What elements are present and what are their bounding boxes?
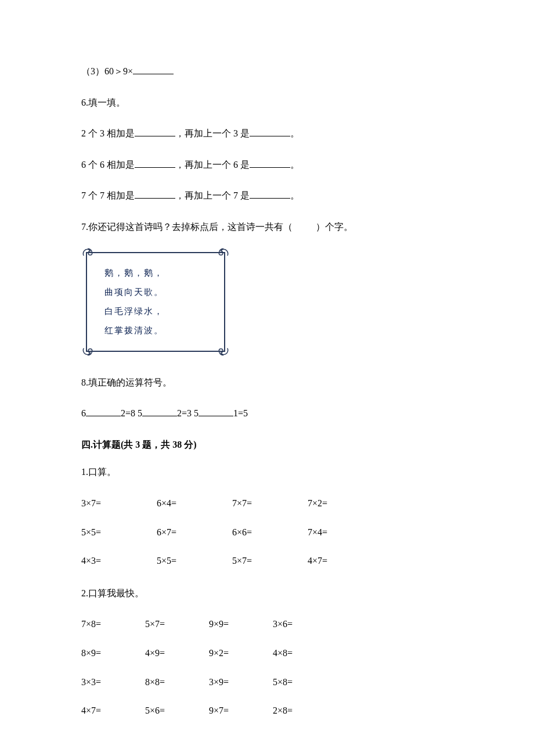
corner-ornament-icon (81, 247, 94, 260)
calc-cell: 4×8= (273, 646, 337, 661)
q7-text-a: 7.你还记得这首诗吗？去掉标点后，这首诗一共有（ (81, 222, 293, 232)
calc-cell: 7×7= (232, 496, 308, 511)
q8-p1: 2=8 5 (121, 408, 142, 418)
fill-blank[interactable] (135, 127, 175, 136)
calc-cell: 4×9= (145, 646, 209, 661)
calc-cell: 3×9= (209, 675, 273, 690)
calc-cell: 9×7= (209, 703, 273, 718)
q6-r1-a: 2 个 3 相加是 (81, 128, 135, 138)
fill-blank[interactable] (250, 127, 290, 136)
corner-ornament-icon (217, 344, 230, 357)
q8-row: 62=8 52=3 51=5 (81, 406, 453, 421)
q6-r1-b: ，再加上一个 3 是 (175, 128, 250, 138)
q5-part3: （3）60＞9× (81, 64, 453, 79)
calc-cell: 7×2= (308, 496, 383, 511)
calc-cell: 5×7= (145, 617, 209, 632)
fill-blank[interactable] (86, 407, 121, 416)
fill-blank[interactable] (250, 189, 290, 199)
calc-cell: 5×7= (232, 553, 308, 568)
calc-cell: 6×6= (232, 525, 308, 540)
calc-cell: 6×4= (157, 496, 232, 511)
fill-blank[interactable] (135, 189, 175, 199)
q6-title: 6.填一填。 (81, 95, 453, 110)
fill-blank[interactable] (142, 407, 177, 416)
calc-cell: 3×3= (81, 675, 145, 690)
calc-cell: 8×8= (145, 675, 209, 690)
q8-p2: 2=3 5 (177, 408, 199, 418)
calc-cell: 5×8= (273, 675, 337, 690)
poem-line: 白毛浮绿水， (104, 302, 207, 321)
poem-frame: 鹅，鹅，鹅， 曲项向天歌。 白毛浮绿水， 红掌拨清波。 (86, 252, 225, 352)
poem-line: 曲项向天歌。 (104, 283, 207, 302)
calc-cell: 5×5= (81, 525, 157, 540)
calc-cell: 4×3= (81, 553, 157, 568)
calc-cell: 2×8= (273, 703, 337, 718)
calc-cell: 4×7= (308, 553, 383, 568)
q8-p0: 6 (81, 408, 86, 418)
q5-3-text: （3）60＞9× (81, 66, 133, 76)
fill-blank[interactable] (133, 65, 174, 74)
q6-r3-b: ，再加上一个 7 是 (175, 190, 250, 200)
q6-r2-b: ，再加上一个 6 是 (175, 160, 250, 170)
section-4-head: 四.计算题(共 3 题，共 38 分) (81, 437, 453, 452)
poem-line: 红掌拨清波。 (104, 321, 207, 340)
q6-row-2: 6 个 6 相加是，再加上一个 6 是。 (81, 157, 453, 172)
s4-q1-grid: 3×7= 6×4= 7×7= 7×2= 5×5= 6×7= 6×6= 7×4= … (81, 496, 453, 568)
q6-row-3: 7 个 7 相加是，再加上一个 7 是。 (81, 188, 453, 203)
q6-r1-c: 。 (290, 128, 300, 138)
poem-box: 鹅，鹅，鹅， 曲项向天歌。 白毛浮绿水， 红掌拨清波。 (86, 252, 225, 352)
poem-line: 鹅，鹅，鹅， (104, 264, 207, 283)
q7-text: 7.你还记得这首诗吗？去掉标点后，这首诗一共有（）个字。 (81, 219, 453, 235)
q8-title: 8.填正确的运算符号。 (81, 375, 453, 390)
calc-cell: 7×8= (81, 617, 145, 632)
q6-r3-c: 。 (290, 190, 300, 200)
q6-r2-a: 6 个 6 相加是 (81, 160, 135, 170)
corner-ornament-icon (217, 247, 230, 260)
calc-cell: 3×7= (81, 496, 157, 511)
q8-p3: 1=5 (233, 408, 248, 418)
q6-row-1: 2 个 3 相加是，再加上一个 3 是。 (81, 126, 453, 141)
calc-cell: 5×5= (157, 553, 232, 568)
calc-cell: 9×2= (209, 646, 273, 661)
fill-blank[interactable] (250, 159, 290, 168)
s4-q1-title: 1.口算。 (81, 465, 453, 480)
calc-cell: 4×7= (81, 703, 145, 718)
q6-r2-c: 。 (290, 160, 300, 170)
fill-blank[interactable] (135, 159, 175, 168)
calc-cell: 7×4= (308, 525, 383, 540)
corner-ornament-icon (81, 344, 94, 357)
calc-cell: 6×7= (157, 525, 232, 540)
q6-r3-a: 7 个 7 相加是 (81, 190, 135, 200)
s4-q2-grid: 7×8= 5×7= 9×9= 3×6= 8×9= 4×9= 9×2= 4×8= … (81, 617, 453, 718)
fill-blank[interactable] (199, 407, 233, 416)
calc-cell: 8×9= (81, 646, 145, 661)
calc-cell: 9×9= (209, 617, 273, 632)
q7-text-b: ）个字。 (316, 222, 353, 232)
calc-cell: 5×6= (145, 703, 209, 718)
calc-cell: 3×6= (273, 617, 337, 632)
s4-q2-title: 2.口算我最快。 (81, 586, 453, 601)
